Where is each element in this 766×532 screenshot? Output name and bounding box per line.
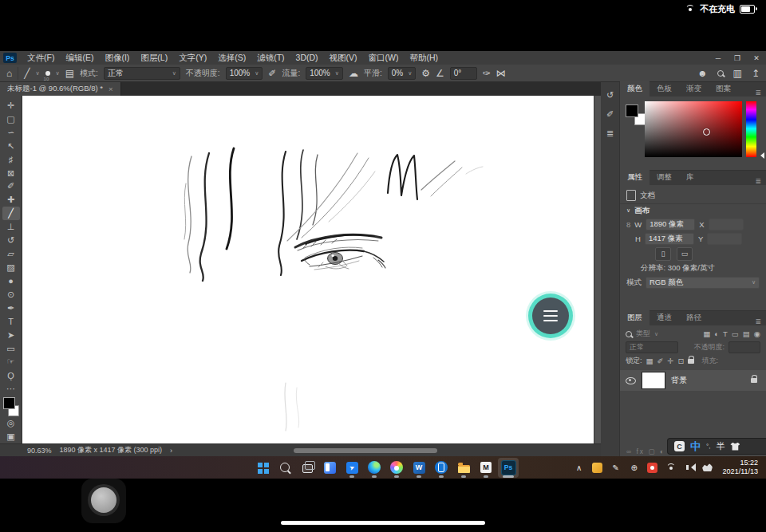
widgets-app-button[interactable] [319, 458, 340, 478]
ime-width-indicator[interactable]: 半 [716, 440, 725, 452]
layer-blend-mode-select[interactable]: 正常 [626, 341, 678, 353]
task-view-button[interactable] [297, 458, 318, 478]
tool-pen-icon[interactable]: ✒ [2, 301, 20, 315]
brush-angle-field[interactable]: 0° [450, 67, 477, 80]
lock-move-icon[interactable]: ✛ [667, 357, 673, 365]
ime-logo-icon[interactable]: C [674, 441, 685, 451]
hue-slider-marker[interactable] [757, 152, 764, 159]
chevron-down-icon[interactable]: ∨ [626, 207, 630, 214]
taskbar-clock[interactable]: 15:22 2021/11/13 [718, 459, 763, 476]
filter-adjustment-layers-icon[interactable]: ◐ [714, 329, 719, 338]
ime-punctuation-indicator[interactable]: °, [706, 443, 710, 450]
tab-layers[interactable]: 图层 [620, 310, 650, 325]
filter-pixel-layers-icon[interactable]: ▦ [703, 329, 710, 338]
tool-shape-icon[interactable]: ▭ [2, 342, 20, 356]
restore-button[interactable]: ❐ [728, 54, 747, 62]
layer-search-icon[interactable] [626, 331, 632, 337]
brush-preset-icon[interactable]: ╱ [24, 68, 30, 79]
word-app-button[interactable]: W [409, 458, 429, 478]
file-explorer-button[interactable] [453, 458, 474, 478]
tab-channels[interactable]: 通道 [650, 310, 679, 325]
markdown-app-button[interactable]: M [476, 458, 496, 478]
layer-visibility-eye-icon[interactable] [626, 377, 636, 384]
lock-all-icon[interactable] [688, 359, 694, 364]
lock-paint-icon[interactable]: ✐ [657, 357, 664, 365]
workspace-icon[interactable]: ▥ [733, 68, 742, 79]
tray-pen-icon[interactable]: ✎ [608, 459, 624, 476]
zoom-level[interactable]: 90.63% [27, 447, 52, 455]
y-field[interactable] [707, 233, 742, 245]
tool-brush-icon[interactable]: ╱ [2, 207, 20, 220]
foreground-color-swatch[interactable] [3, 397, 15, 409]
menu-item-10[interactable]: 帮助(H) [405, 53, 444, 64]
color-mode-select[interactable]: RGB 颜色∨ [646, 277, 760, 289]
opacity-pressure-icon[interactable]: ✐ [268, 68, 276, 79]
chevron-down-icon[interactable]: ∨ [654, 331, 658, 337]
tool-type-icon[interactable]: T [2, 315, 20, 329]
tab-properties[interactable]: 属性 [620, 170, 650, 185]
layer-opacity-field[interactable] [728, 341, 760, 353]
quick-mask-icon[interactable]: ◎ [2, 416, 20, 430]
layer-thumbnail[interactable] [642, 372, 665, 389]
width-field[interactable]: 1890 像素 [646, 219, 695, 231]
tray-yellow-app-icon[interactable] [590, 459, 606, 476]
menu-item-1[interactable]: 编辑(E) [60, 53, 99, 64]
panel-history-icon[interactable]: ↺ [606, 90, 614, 100]
tab-adjustments[interactable]: 调整 [650, 170, 679, 185]
orientation-portrait-button[interactable]: ▯ [655, 247, 671, 261]
touch-pointer-button[interactable] [81, 479, 126, 523]
tray-device-icon[interactable] [700, 459, 716, 476]
tool-gradient-icon[interactable]: ▨ [2, 261, 20, 274]
messenger-app-button[interactable]: ➤ [342, 458, 362, 478]
tab-paths[interactable]: 路径 [679, 310, 709, 325]
ime-language-indicator[interactable]: 中 [690, 439, 701, 454]
tool-path-selection-icon[interactable]: ➤ [2, 329, 20, 342]
share-icon[interactable]: ↥ [752, 68, 760, 79]
menu-item-9[interactable]: 窗口(W) [363, 53, 405, 64]
tool-clone-stamp-icon[interactable]: ⊥ [2, 220, 20, 234]
tool-blur-icon[interactable]: ● [2, 274, 20, 288]
toolbar-color-swatches[interactable] [2, 397, 20, 416]
menu-item-6[interactable]: 滤镜(T) [251, 53, 290, 64]
tab-color[interactable]: 颜色 [620, 81, 650, 97]
tool-zoom-icon[interactable]: Ǫ [2, 368, 20, 382]
status-more-icon[interactable]: › [170, 447, 172, 455]
blend-mode-select[interactable]: 正常∨ [104, 67, 180, 80]
link-dimensions-icon[interactable]: 8 [626, 220, 630, 229]
tool-eraser-icon[interactable]: ▱ [2, 247, 20, 261]
airbrush-icon[interactable]: ☁ [349, 68, 358, 79]
start-button[interactable] [252, 458, 273, 478]
foreground-background-swatches[interactable] [626, 104, 646, 125]
orientation-landscape-button[interactable]: ▭ [677, 247, 693, 261]
tool-move-icon[interactable]: ✛ [2, 99, 20, 112]
tool-frame-icon[interactable]: ⊠ [2, 167, 20, 180]
size-pressure-icon[interactable]: ✑ [483, 68, 491, 79]
document-tab[interactable]: 未标题-1 @ 90.6%(RGB/8) * × [0, 82, 121, 96]
tab-close-icon[interactable]: × [109, 85, 113, 93]
menu-item-8[interactable]: 视图(V) [324, 53, 363, 64]
lock-transparent-icon[interactable]: ▦ [646, 357, 653, 365]
tool-lasso-icon[interactable]: ∽ [2, 126, 20, 140]
tool-hand-icon[interactable]: ☞ [2, 356, 20, 369]
tray-input-indicator-icon[interactable]: ⊕ [626, 459, 642, 476]
flow-select[interactable]: 100%∨ [306, 67, 343, 80]
brush-size-preview[interactable]: 10 [45, 71, 50, 76]
photoshop-app-button[interactable]: Ps [498, 458, 519, 478]
panel-menu-icon[interactable]: ≣ [755, 317, 766, 325]
canvas[interactable] [22, 96, 594, 443]
horizontal-scrollbar[interactable] [294, 448, 437, 453]
home-indicator[interactable] [281, 521, 485, 525]
menu-item-4[interactable]: 文字(Y) [173, 53, 212, 64]
panel-menu-icon[interactable]: ≣ [755, 177, 766, 185]
edge-browser-button[interactable] [364, 458, 385, 478]
x-field[interactable] [709, 219, 744, 231]
tab-gradients[interactable]: 渐变 [679, 81, 709, 97]
tab-libraries[interactable]: 库 [679, 170, 701, 185]
color-saturation-field[interactable] [645, 101, 742, 157]
tray-red-app-icon[interactable] [645, 459, 661, 476]
search-icon[interactable] [717, 70, 724, 77]
smoothing-select[interactable]: 0%∨ [388, 67, 417, 80]
paint-app-button[interactable] [386, 458, 407, 478]
tool-eyedropper-icon[interactable]: ✐ [2, 180, 20, 194]
minimize-button[interactable]: ─ [709, 54, 728, 62]
